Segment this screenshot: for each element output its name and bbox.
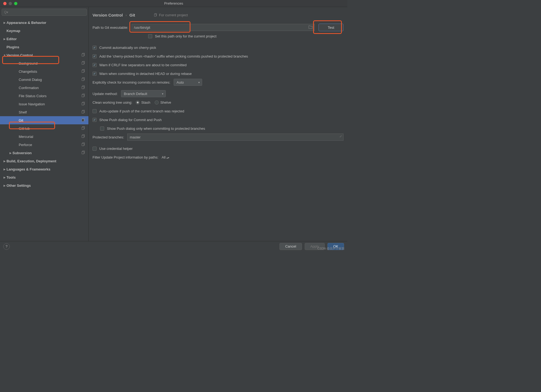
sidebar-item-label: Version Control bbox=[7, 53, 33, 57]
maximize-icon[interactable] bbox=[14, 2, 17, 5]
settings-tree: ▶Appearance & BehaviorKeymap▶EditorPlugi… bbox=[0, 17, 88, 241]
update-method-select[interactable]: Branch Default bbox=[121, 90, 166, 97]
search-input[interactable] bbox=[2, 9, 87, 16]
sidebar-item-file-status-colors[interactable]: File Status Colors bbox=[0, 92, 88, 100]
set-path-only-checkbox[interactable] bbox=[148, 34, 152, 38]
sidebar-item-languages-frameworks[interactable]: ▶Languages & Frameworks bbox=[0, 165, 88, 173]
copy-icon bbox=[82, 53, 85, 57]
updown-icon: ▴▾ bbox=[167, 156, 169, 159]
show-push-protected-label: Show Push dialog only when committing to… bbox=[107, 127, 205, 131]
sidebar-item-label: Confirmation bbox=[19, 86, 39, 90]
sidebar-item-background[interactable]: Background bbox=[0, 59, 88, 67]
svg-rect-7 bbox=[82, 78, 84, 81]
sidebar-item-changelists[interactable]: Changelists bbox=[0, 67, 88, 75]
show-push-label: Show Push dialog for Commit and Push bbox=[99, 118, 162, 122]
window-title: Preferences bbox=[164, 1, 183, 5]
copy-icon bbox=[82, 86, 85, 90]
sidebar-item-label: Shelf bbox=[19, 110, 27, 114]
sidebar-item-label: Git bbox=[19, 118, 23, 122]
folder-icon[interactable] bbox=[308, 25, 313, 30]
sidebar-item-other-settings[interactable]: ▶Other Settings bbox=[0, 181, 88, 189]
tree-arrow-icon: ▶ bbox=[9, 151, 12, 154]
shelve-radio[interactable] bbox=[155, 100, 159, 105]
sidebar-item-commit-dialog[interactable]: Commit Dialog bbox=[0, 75, 88, 84]
expand-icon[interactable]: ⤢ bbox=[339, 135, 342, 138]
svg-rect-9 bbox=[82, 86, 84, 89]
copy-icon bbox=[82, 134, 85, 139]
svg-rect-17 bbox=[82, 119, 84, 121]
svg-rect-3 bbox=[82, 62, 84, 64]
footer: ? Cancel Apply OK bbox=[0, 241, 347, 251]
credential-helper-checkbox[interactable] bbox=[93, 147, 97, 151]
sidebar-item-mercurial[interactable]: Mercurial bbox=[0, 132, 88, 141]
help-button[interactable]: ? bbox=[3, 243, 10, 250]
shelve-label: Shelve bbox=[160, 100, 171, 105]
stash-label: Stash bbox=[141, 100, 150, 105]
sidebar-item-label: Perforce bbox=[19, 143, 32, 147]
tree-arrow-icon: ▶ bbox=[3, 176, 7, 179]
detached-warn-label: Warn when committing in detached HEAD or… bbox=[99, 72, 192, 76]
copy-icon bbox=[82, 94, 85, 98]
sidebar-item-label: Mercurial bbox=[19, 135, 33, 139]
copy-icon bbox=[82, 126, 85, 131]
minimize-icon[interactable] bbox=[9, 2, 12, 5]
cherry-pick-checkbox[interactable] bbox=[93, 46, 97, 50]
sidebar-item-github[interactable]: GitHub bbox=[0, 124, 88, 132]
svg-rect-19 bbox=[82, 127, 84, 129]
clean-tree-label: Clean working tree using: bbox=[93, 100, 132, 105]
test-button[interactable]: Test bbox=[319, 24, 343, 31]
sidebar-item-confirmation[interactable]: Confirmation bbox=[0, 84, 88, 92]
sidebar-item-appearance-behavior[interactable]: ▶Appearance & Behavior bbox=[0, 18, 88, 27]
cherry-suffix-label: Add the 'cherry-picked from <hash>' suff… bbox=[99, 54, 248, 58]
explicit-check-select[interactable]: Auto bbox=[174, 79, 202, 86]
sidebar-item-perforce[interactable]: Perforce bbox=[0, 141, 88, 149]
tree-arrow-icon: ▶ bbox=[3, 21, 7, 24]
filter-paths-value[interactable]: All ▴▾ bbox=[162, 155, 169, 159]
cherry-suffix-checkbox[interactable] bbox=[93, 54, 97, 58]
tree-arrow-icon: ▼ bbox=[3, 54, 7, 57]
git-path-input[interactable] bbox=[132, 24, 315, 31]
sidebar-item-label: Build, Execution, Deployment bbox=[7, 159, 56, 163]
sidebar-item-shelf[interactable]: Shelf bbox=[0, 108, 88, 116]
sidebar-item-build-execution-deployment[interactable]: ▶Build, Execution, Deployment bbox=[0, 157, 88, 165]
copy-icon bbox=[82, 110, 85, 114]
breadcrumb-root[interactable]: Version Control bbox=[93, 13, 123, 17]
svg-rect-25 bbox=[82, 151, 84, 154]
auto-update-checkbox[interactable] bbox=[93, 109, 97, 113]
main-panel: Version Control › Git For current projec… bbox=[89, 7, 347, 241]
sidebar-item-git[interactable]: Git bbox=[0, 116, 88, 124]
sidebar-item-subversion[interactable]: ▶Subversion bbox=[0, 149, 88, 157]
sidebar-item-editor[interactable]: ▶Editor bbox=[0, 35, 88, 43]
tree-arrow-icon: ▶ bbox=[3, 160, 7, 163]
sidebar-item-keymap[interactable]: Keymap bbox=[0, 27, 88, 35]
filter-paths-label: Filter Update Project information by pat… bbox=[93, 155, 158, 159]
stash-radio[interactable] bbox=[136, 100, 140, 105]
crlf-warn-checkbox[interactable] bbox=[93, 63, 97, 67]
tree-arrow-icon: ▶ bbox=[3, 37, 7, 40]
chevron-right-icon: › bbox=[126, 13, 127, 17]
scope-indicator: For current project bbox=[154, 13, 188, 17]
titlebar: Preferences bbox=[0, 0, 347, 7]
sidebar-item-label: Commit Dialog bbox=[19, 78, 42, 82]
sidebar-item-label: Tools bbox=[7, 175, 16, 179]
svg-rect-27 bbox=[154, 14, 156, 16]
close-icon[interactable] bbox=[3, 2, 7, 5]
auto-update-label: Auto-update if push of the current branc… bbox=[99, 109, 184, 113]
sidebar-item-plugins[interactable]: Plugins bbox=[0, 43, 88, 51]
update-method-label: Update method: bbox=[93, 92, 118, 96]
svg-rect-1 bbox=[82, 54, 84, 56]
protected-branches-input[interactable] bbox=[127, 134, 343, 141]
breadcrumb: Version Control › Git For current projec… bbox=[93, 11, 343, 19]
sidebar-item-version-control[interactable]: ▼Version Control bbox=[0, 51, 88, 59]
svg-rect-15 bbox=[82, 111, 84, 113]
svg-rect-23 bbox=[82, 143, 84, 146]
sidebar-item-tools[interactable]: ▶Tools bbox=[0, 173, 88, 181]
detached-warn-checkbox[interactable] bbox=[93, 72, 97, 76]
sidebar-item-label: Appearance & Behavior bbox=[7, 21, 46, 25]
cancel-button[interactable]: Cancel bbox=[279, 243, 302, 250]
sidebar-item-issue-navigation[interactable]: Issue Navigation bbox=[0, 100, 88, 108]
show-push-protected-checkbox[interactable] bbox=[100, 127, 104, 131]
scope-label: For current project bbox=[159, 13, 188, 17]
tree-arrow-icon: ▶ bbox=[3, 184, 7, 187]
show-push-checkbox[interactable] bbox=[93, 118, 97, 122]
